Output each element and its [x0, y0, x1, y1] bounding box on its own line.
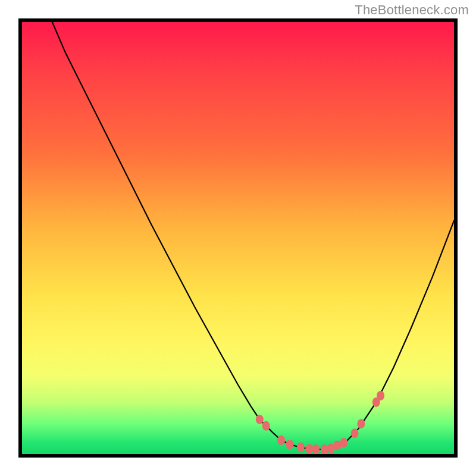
marker-point: [262, 421, 270, 431]
marker-point: [312, 444, 320, 454]
bottleneck-curve: [52, 22, 454, 449]
marker-point: [277, 436, 285, 445]
marker-point: [256, 415, 264, 424]
highlight-markers: [256, 391, 384, 454]
attribution-text: TheBottleneck.com: [355, 2, 469, 18]
marker-point: [286, 440, 294, 449]
marker-point: [377, 391, 384, 400]
marker-point: [357, 419, 365, 428]
chart-frame: [18, 18, 458, 458]
chart-svg: [22, 22, 454, 454]
marker-point: [340, 438, 347, 447]
plot-area: [22, 22, 454, 454]
marker-point: [351, 428, 359, 438]
marker-point: [297, 442, 305, 452]
